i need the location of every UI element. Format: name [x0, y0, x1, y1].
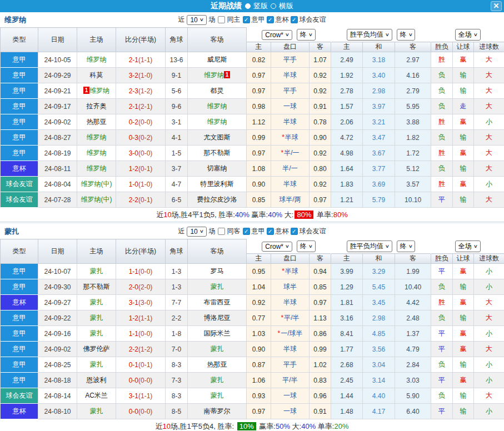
odds-away: 1.82	[395, 130, 431, 146]
league-checkbox[interactable]: ✓	[267, 228, 274, 235]
odds-home: 4.98	[331, 146, 363, 161]
vertical-layout-radio[interactable]	[245, 3, 251, 9]
match-date: 24-08-19	[38, 146, 77, 161]
ah-handicap-line: 一球	[271, 99, 310, 114]
table-row: 意甲24-09-17拉齐奥2-1(2-1)9-6维罗纳0.98一球0.911.5…	[1, 99, 504, 114]
team-label: AC米兰	[85, 392, 108, 399]
odds-away: 1.99	[395, 264, 431, 279]
fulltime-score: 3-2	[129, 72, 138, 79]
league-checkbox[interactable]: ✓	[243, 228, 250, 235]
chevron-down-icon: ∨	[308, 244, 313, 249]
corner-count: 7-0	[166, 342, 188, 357]
fulltime-score: 2-3	[129, 87, 138, 95]
odds-away: 3.03	[395, 373, 431, 388]
table-row: 意甲24-08-27维罗纳0-3(0-2)4-1尤文图斯0.99*半球0.904…	[1, 130, 504, 146]
red-card-badge: 1	[224, 71, 230, 78]
horizontal-layout-radio[interactable]	[271, 3, 276, 9]
team-cell: 维罗纳	[188, 99, 247, 114]
live-odds-star-icon: *	[277, 329, 280, 337]
result: 负	[431, 83, 453, 99]
wdl-average-select[interactable]: 胜平负均值∨	[347, 240, 392, 252]
score-cell: 3-0(0-0)	[116, 146, 166, 161]
section-header-strip: 蒙扎 近 10∨ 场 同客 ✓意甲✓意杯✓球会友谊	[0, 224, 504, 239]
odds-home: 3.16	[331, 310, 363, 326]
team-label: 恩波利	[87, 376, 107, 384]
league-checkbox[interactable]: ✓	[267, 16, 274, 23]
league-checkbox[interactable]: ✓	[291, 16, 298, 23]
scope-select[interactable]: 全场∨	[455, 29, 481, 41]
odds-draw: 3.45	[363, 295, 395, 310]
halftime-score: (0-0)	[138, 330, 152, 338]
handicap-result: 输	[453, 279, 474, 295]
team-cell: 那不勒斯	[188, 146, 247, 161]
team-cell: 布雷西亚	[188, 295, 247, 310]
bookmaker-select[interactable]: Crow*∨	[262, 30, 292, 40]
table-row: 球会友谊24-07-28维罗纳(中)2-2(0-1)6-5费拉尔皮沙洛0.85球…	[1, 192, 504, 208]
same-venue-checkbox[interactable]	[218, 228, 225, 235]
odds-home: 1.21	[331, 192, 363, 208]
odds-draw: 3.56	[363, 342, 395, 357]
summary-segment: 大:	[290, 422, 301, 431]
score-cell: 3-1(1-1)	[116, 388, 166, 404]
titlebar: 近期战绩 竖版 横版 ✕	[0, 0, 504, 12]
match-date: 24-09-16	[38, 326, 77, 342]
scope-select[interactable]: 全场∨	[455, 240, 481, 252]
result: 负	[431, 310, 453, 326]
ah-home-odds: 0.99	[247, 130, 271, 146]
halftime-score: (0-0)	[138, 408, 152, 415]
close-icon[interactable]: ✕	[491, 1, 502, 11]
ah-handicap-line: *半球	[271, 264, 310, 279]
ah-handicap-line: 半/一	[271, 161, 310, 177]
bookmaker-select[interactable]: Crow*∨	[262, 242, 292, 252]
odds-away: 5.90	[395, 388, 431, 404]
odds-away: 3.88	[395, 114, 431, 130]
ah-home-odds: 1.12	[247, 114, 271, 130]
match-count-select[interactable]: 10∨	[187, 15, 206, 25]
team-name: 维罗纳	[4, 15, 26, 25]
team-cell: 拉齐奥	[77, 99, 116, 114]
wdl-time-select[interactable]: 终∨	[397, 240, 416, 252]
chevron-down-icon: ∨	[385, 32, 390, 37]
league-checkboxes: ✓意甲✓意杯✓球会友谊	[243, 227, 326, 236]
ah-handicap-line: 一球	[271, 404, 310, 419]
team-label: 博洛尼亚	[204, 314, 231, 322]
wdl-average-select[interactable]: 胜平负均值∨	[347, 29, 392, 41]
competition-badge: 意甲	[1, 264, 38, 279]
chevron-down-icon: ∨	[473, 244, 477, 249]
wdl-time-select[interactable]: 终∨	[397, 29, 416, 41]
summary-segment: 场,胜1平5负4, 胜率:	[171, 422, 236, 431]
vertical-layout-label: 竖版	[253, 1, 268, 11]
table-row: 意杯24-09-27蒙扎3-1(3-0)7-7布雷西亚0.92半球0.971.8…	[1, 295, 504, 310]
results-table: 类型 日期 主场 比分(半场) 角球 客场 Crow*∨ 终∨	[0, 27, 504, 208]
ah-handicap-line: 球半	[271, 279, 310, 295]
corner-count: 1-5	[166, 146, 188, 161]
team-cell: 维罗纳	[77, 161, 116, 177]
odds-time-select[interactable]: 终∨	[297, 29, 316, 41]
odds-draw: 3.29	[363, 264, 395, 279]
table-row: 意甲24-08-25蒙扎0-1(0-1)8-3热那亚0.87平手1.022.68…	[1, 357, 504, 373]
odds-away: 10.10	[395, 192, 431, 208]
team-cell: 南蒂罗尔	[188, 404, 247, 419]
team-cell: 威尼斯	[188, 52, 247, 68]
handicap-result: 赢	[453, 146, 474, 161]
score-cell: 2-3(1-2)	[116, 83, 166, 99]
handicap-result: 输	[453, 130, 474, 146]
competition-badge: 意甲	[1, 357, 38, 373]
summary-segment: 80%	[295, 211, 313, 219]
league-checkbox[interactable]: ✓	[291, 228, 298, 235]
ah-home-odds: 1.08	[247, 161, 271, 177]
col-odds-home: 主	[331, 42, 363, 52]
handicap-result: 走	[453, 99, 474, 114]
league-checkbox[interactable]: ✓	[243, 16, 250, 23]
team-cell: 蒙扎	[77, 295, 116, 310]
odds-home: 2.68	[331, 357, 363, 373]
halftime-score: (1-2)	[138, 345, 152, 353]
summary-segment: 10%	[237, 422, 256, 430]
score-cell: 1-1(0-0)	[116, 264, 166, 279]
handicap-result: 输	[453, 357, 474, 373]
score-cell: 2-2(0-1)	[116, 192, 166, 208]
team-cell: 维罗纳	[77, 146, 116, 161]
same-venue-checkbox[interactable]	[218, 16, 225, 23]
odds-time-select[interactable]: 终∨	[297, 240, 316, 252]
match-count-select[interactable]: 10∨	[187, 227, 206, 237]
